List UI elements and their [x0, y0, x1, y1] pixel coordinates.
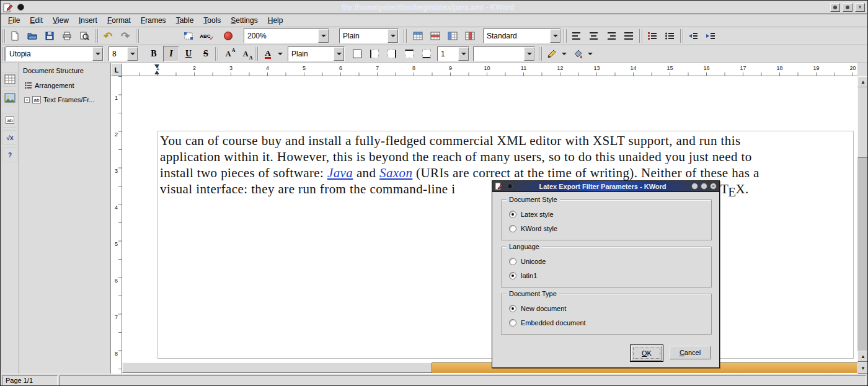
- toolbar-handle[interactable]: [255, 47, 259, 61]
- border-top-button[interactable]: [401, 46, 417, 62]
- redo-button[interactable]: ↷: [117, 28, 133, 44]
- border-width-dropdown-button[interactable]: [458, 47, 469, 61]
- horizontal-ruler[interactable]: 1234567891011121314151617181920: [122, 63, 857, 76]
- insert-table-tool-button[interactable]: [2, 72, 17, 87]
- border-width-combobox[interactable]: 1: [437, 46, 469, 61]
- align-right-button[interactable]: [603, 28, 619, 44]
- border-left-button[interactable]: [366, 46, 383, 62]
- zoom-combobox[interactable]: 200%: [244, 29, 329, 43]
- superscript-button[interactable]: AA: [220, 46, 236, 62]
- zoom-dropdown-button[interactable]: [318, 29, 329, 43]
- character-style-combobox[interactable]: Plain: [288, 46, 345, 61]
- menu-insert[interactable]: Insert: [74, 15, 102, 26]
- spellcheck-button[interactable]: ABC✓: [199, 28, 215, 44]
- border-color-dropdown-button[interactable]: [560, 49, 568, 59]
- font-size-dropdown-button[interactable]: [127, 47, 138, 61]
- delete-row-button[interactable]: [427, 28, 443, 44]
- close-button[interactable]: ×: [855, 3, 865, 12]
- radio-icon[interactable]: [509, 258, 516, 265]
- insert-formula-tool-button[interactable]: √x: [2, 130, 17, 145]
- border-style-dropdown-button[interactable]: [524, 47, 534, 61]
- increase-indent-button[interactable]: [702, 28, 719, 44]
- titlebar[interactable]: file:/home/peter/doc/beginlatex/para.xml…: [1, 1, 867, 14]
- dialog-maximize-button[interactable]: [701, 183, 707, 190]
- character-style-value[interactable]: Plain: [288, 47, 334, 61]
- insert-textframe-tool-button[interactable]: ab: [2, 113, 17, 128]
- toolbar-handle[interactable]: [95, 29, 99, 43]
- first-line-indent-marker[interactable]: [154, 64, 159, 68]
- font-family-value[interactable]: Utopia: [6, 47, 92, 61]
- insert-object-tool-button[interactable]: ?: [2, 147, 17, 162]
- dialog-minimize-button[interactable]: [691, 183, 698, 190]
- vertical-scrollbar[interactable]: ▲ ▲ ▼: [857, 63, 868, 374]
- radio-latin1[interactable]: latin1: [509, 270, 537, 281]
- strikethrough-button[interactable]: S: [198, 46, 214, 62]
- insert-column-button[interactable]: [445, 28, 461, 44]
- paragraph-style-dropdown-button[interactable]: [388, 29, 398, 43]
- scroll-up-button[interactable]: ▲: [857, 76, 868, 87]
- menu-frames[interactable]: Frames: [136, 15, 171, 26]
- underline-button[interactable]: U: [180, 46, 197, 62]
- menu-file[interactable]: File: [3, 15, 25, 26]
- menu-table[interactable]: Table: [171, 15, 199, 26]
- bullet-list-button[interactable]: [662, 28, 678, 44]
- tree-item-text-frames[interactable]: + ab Text Frames/Fr...: [24, 96, 95, 103]
- decrease-indent-button[interactable]: [685, 28, 701, 44]
- toolbar-handle[interactable]: [539, 47, 542, 61]
- table-style-value[interactable]: Standard: [484, 29, 550, 43]
- horizontal-scrollbar-thumb[interactable]: [122, 362, 432, 373]
- background-color-button[interactable]: [570, 46, 586, 62]
- align-justify-button[interactable]: [621, 28, 637, 44]
- bold-button[interactable]: B: [146, 46, 162, 62]
- radio-icon[interactable]: [509, 305, 516, 312]
- open-button[interactable]: [24, 28, 40, 44]
- numbered-list-button[interactable]: [644, 28, 660, 44]
- font-size-value[interactable]: 8: [109, 47, 127, 61]
- border-right-button[interactable]: [384, 46, 400, 62]
- menu-view[interactable]: View: [48, 15, 74, 26]
- table-style-combobox[interactable]: Standard: [483, 29, 561, 43]
- tree-item-arrangement[interactable]: Arrangement: [24, 82, 74, 89]
- dialog-close-button[interactable]: ×: [710, 183, 717, 190]
- radio-icon[interactable]: [509, 319, 516, 327]
- menu-settings[interactable]: Settings: [226, 15, 262, 26]
- dialog-pin-button[interactable]: [507, 183, 513, 189]
- radio-icon[interactable]: [509, 225, 516, 232]
- background-color-dropdown-button[interactable]: [586, 49, 594, 59]
- font-color-dropdown-button[interactable]: [276, 49, 284, 59]
- paragraph-style-combobox[interactable]: Plain: [339, 29, 399, 43]
- radio-icon[interactable]: [509, 211, 516, 218]
- tab-type-selector[interactable]: L: [111, 63, 122, 76]
- save-button[interactable]: [42, 28, 58, 44]
- paragraph-line[interactable]: application within it. However, this is …: [160, 149, 851, 165]
- dialog-titlebar[interactable]: Latex Export Filter Parameters - KWord ×: [492, 181, 719, 192]
- border-outline-button[interactable]: [349, 46, 365, 62]
- minimize-button[interactable]: [830, 3, 840, 12]
- radio-embedded-document[interactable]: Embedded document: [509, 317, 586, 328]
- print-button[interactable]: [59, 28, 75, 44]
- table-style-dropdown-button[interactable]: [550, 29, 560, 43]
- maximize-button[interactable]: [843, 3, 852, 12]
- align-left-button[interactable]: [569, 28, 585, 44]
- new-document-button[interactable]: [7, 28, 23, 44]
- document-page[interactable]: You can of course buy and install a full…: [122, 76, 857, 374]
- radio-new-document[interactable]: New document: [509, 303, 566, 314]
- undo-button[interactable]: ↶: [100, 28, 116, 44]
- radio-kword-style[interactable]: KWord style: [509, 223, 557, 234]
- print-preview-button[interactable]: [76, 28, 92, 44]
- border-style-combobox[interactable]: [473, 46, 535, 61]
- toolbar-handle[interactable]: [639, 29, 643, 43]
- toolbar-handle[interactable]: [680, 29, 684, 43]
- insert-frame-button[interactable]: [180, 28, 197, 44]
- paragraph-line[interactable]: You can of course buy and install a full…: [160, 133, 851, 149]
- expand-icon[interactable]: +: [24, 97, 30, 103]
- italic-button[interactable]: I: [163, 46, 179, 62]
- toolbar-handle[interactable]: [215, 47, 219, 61]
- align-center-button[interactable]: [586, 28, 602, 44]
- radio-latex-style[interactable]: Latex style: [509, 209, 554, 220]
- vertical-ruler[interactable]: 12345678: [111, 76, 122, 374]
- toolbar-handle[interactable]: [136, 29, 140, 43]
- cancel-button[interactable]: Cancel: [670, 346, 711, 359]
- saxon-link[interactable]: Saxon: [379, 165, 412, 180]
- border-color-button[interactable]: [544, 46, 560, 62]
